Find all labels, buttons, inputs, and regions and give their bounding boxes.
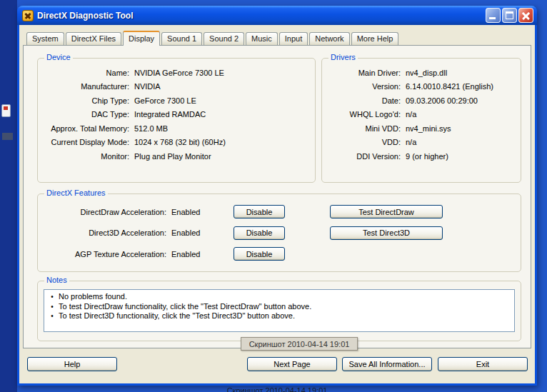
- tab-display[interactable]: Display: [123, 31, 160, 46]
- tab-sound-2[interactable]: Sound 2: [204, 32, 244, 45]
- field-value: NVIDIA GeForce 7300 LE: [134, 69, 224, 77]
- field-label: Current Display Mode:: [42, 138, 129, 146]
- tab-strip: System DirectX Files Display Sound 1 Sou…: [26, 31, 400, 45]
- screenshot-watermark-tooltip: Скриншот 2010-04-14 19:01: [241, 337, 358, 351]
- drivers-group-title: Drivers: [328, 53, 358, 61]
- note-item: • To test Direct3D functionality, click …: [46, 311, 510, 321]
- bullet-icon: •: [46, 311, 59, 321]
- maximize-button[interactable]: [502, 8, 517, 23]
- field-label: Approx. Total Memory:: [42, 124, 129, 133]
- window-titlebar[interactable]: DirectX Diagnostic Tool: [17, 6, 537, 25]
- tab-sound-1[interactable]: Sound 1: [161, 32, 202, 45]
- desktop-icon-fragment: [2, 133, 13, 140]
- field-value: Enabled: [166, 250, 228, 258]
- device-row: DAC Type: Integrated RAMDAC: [42, 108, 315, 122]
- next-page-button[interactable]: Next Page: [247, 357, 337, 371]
- disable-directdraw-button[interactable]: Disable: [234, 205, 285, 218]
- help-button[interactable]: Help: [27, 357, 117, 371]
- desktop-icon-fragment: [1, 104, 11, 117]
- field-label: DAC Type:: [42, 110, 129, 119]
- tab-network[interactable]: Network: [309, 32, 349, 45]
- test-directdraw-button[interactable]: Test DirectDraw: [330, 205, 443, 218]
- tab-more-help[interactable]: More Help: [351, 32, 399, 45]
- disable-direct3d-button[interactable]: Disable: [234, 226, 285, 240]
- field-value: NVIDIA: [134, 82, 161, 91]
- field-value: 512.0 MB: [134, 124, 168, 133]
- field-value: Integrated RAMDAC: [134, 110, 206, 119]
- save-all-information-button[interactable]: Save All Information...: [342, 357, 432, 371]
- notes-textbox[interactable]: • No problems found. • To test DirectDra…: [44, 289, 515, 332]
- field-value: Plug and Play Monitor: [134, 152, 211, 161]
- bullet-icon: •: [46, 302, 59, 312]
- desktop-watermark-text: Скриншот 2010-04-14 19:01: [213, 386, 341, 392]
- field-value: nv4_disp.dll: [406, 69, 447, 77]
- field-value: 09.03.2006 00:29:00: [406, 96, 478, 105]
- watermark-text: Скриншот 2010-04-14 19:01: [227, 386, 328, 392]
- watermark-text: Скриншот 2010-04-14 19:01: [249, 340, 350, 348]
- note-text: To test Direct3D functionality, click th…: [59, 311, 510, 321]
- field-label: DDI Version:: [326, 152, 401, 161]
- field-value: 6.14.0010.8421 (English): [406, 82, 493, 91]
- field-label: Main Driver:: [326, 69, 401, 77]
- note-text: No problems found.: [59, 292, 510, 302]
- note-text: To test DirectDraw functionality, click …: [59, 302, 510, 312]
- driver-row: Version: 6.14.0010.8421 (English): [326, 80, 521, 94]
- device-group: Device Name: NVIDIA GeForce 7300 LE Manu…: [37, 58, 316, 183]
- feature-row: AGP Texture Acceleration: Enabled Disabl…: [38, 243, 521, 265]
- field-value: 1024 x 768 (32 bit) (60Hz): [134, 138, 226, 146]
- field-label: WHQL Logo'd:: [326, 110, 401, 119]
- field-label: DirectDraw Acceleration:: [44, 208, 166, 216]
- device-row: Approx. Total Memory: 512.0 MB: [42, 121, 315, 136]
- field-value: GeForce 7300 LE: [134, 96, 196, 105]
- note-item: • To test DirectDraw functionality, clic…: [46, 302, 510, 312]
- driver-row: Date: 09.03.2006 00:29:00: [326, 94, 521, 108]
- device-row: Current Display Mode: 1024 x 768 (32 bit…: [42, 136, 315, 150]
- exit-button[interactable]: Exit: [438, 357, 528, 371]
- device-row: Chip Type: GeForce 7300 LE: [42, 94, 315, 108]
- desktop-left-strip: [0, 0, 17, 392]
- field-label: Manufacturer:: [42, 82, 129, 91]
- device-group-title: Device: [44, 53, 73, 61]
- tab-music[interactable]: Music: [246, 32, 278, 45]
- disable-agp-texture-button[interactable]: Disable: [234, 247, 285, 261]
- device-row: Manufacturer: NVIDIA: [42, 80, 315, 94]
- driver-row: DDI Version: 9 (or higher): [326, 149, 521, 164]
- maximize-icon: [506, 11, 513, 19]
- notes-group: Notes • No problems found. • To test Dir…: [37, 281, 521, 341]
- minimize-button[interactable]: [486, 8, 501, 23]
- field-label: Chip Type:: [42, 96, 129, 105]
- field-value: Enabled: [166, 228, 228, 237]
- driver-row: WHQL Logo'd: n/a: [326, 108, 521, 122]
- note-item: • No problems found.: [46, 292, 510, 302]
- field-label: Mini VDD:: [326, 124, 401, 133]
- directx-features-group-title: DirectX Features: [44, 189, 108, 197]
- directx-app-icon[interactable]: [22, 10, 34, 21]
- bullet-icon: •: [46, 292, 59, 302]
- tab-input[interactable]: Input: [279, 32, 308, 45]
- field-label: Monitor:: [42, 152, 129, 161]
- test-direct3d-button[interactable]: Test Direct3D: [330, 226, 443, 240]
- field-label: Version:: [326, 82, 401, 91]
- field-value: n/a: [406, 110, 416, 119]
- field-label: Name:: [42, 69, 129, 77]
- driver-row: Main Driver: nv4_disp.dll: [326, 66, 521, 80]
- feature-row: DirectDraw Acceleration: Enabled Disable…: [38, 201, 521, 223]
- desktop: DirectX Diagnostic Tool System DirectX F…: [0, 0, 547, 392]
- tab-system[interactable]: System: [26, 32, 64, 45]
- close-icon: [519, 9, 533, 22]
- field-label: VDD:: [326, 138, 401, 146]
- driver-row: VDD: n/a: [326, 136, 521, 150]
- tab-directx-files[interactable]: DirectX Files: [66, 32, 121, 45]
- device-row: Name: NVIDIA GeForce 7300 LE: [42, 66, 315, 80]
- field-value: Enabled: [166, 208, 228, 216]
- drivers-group: Drivers Main Driver: nv4_disp.dll Versio…: [321, 58, 521, 183]
- field-value: nv4_mini.sys: [406, 124, 451, 133]
- device-row: Monitor: Plug and Play Monitor: [42, 149, 315, 164]
- field-value: 9 (or higher): [406, 152, 448, 161]
- notes-group-title: Notes: [44, 276, 69, 284]
- field-label: Direct3D Acceleration:: [44, 228, 166, 237]
- field-value: n/a: [406, 138, 416, 146]
- field-label: AGP Texture Acceleration:: [44, 250, 166, 258]
- close-button[interactable]: [518, 8, 533, 23]
- window-title: DirectX Diagnostic Tool: [37, 11, 484, 21]
